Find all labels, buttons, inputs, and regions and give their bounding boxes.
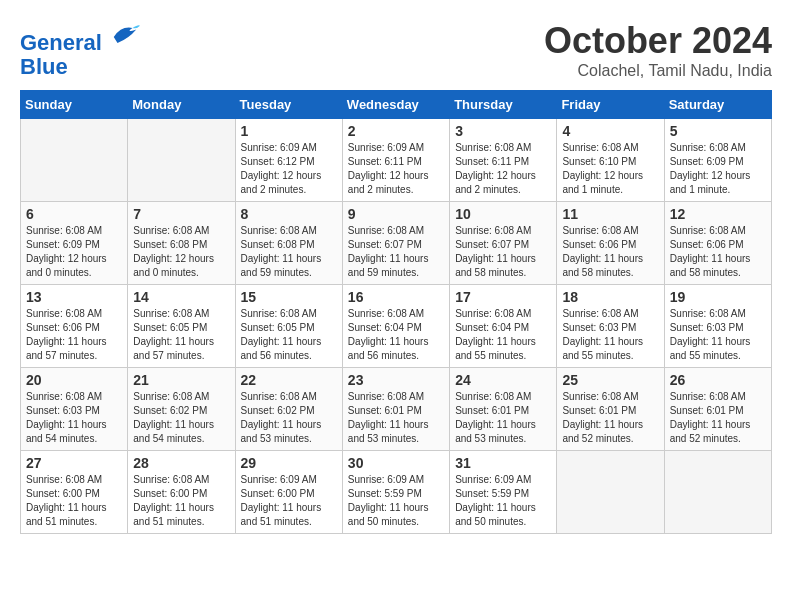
day-info: Sunrise: 6:09 AM Sunset: 6:11 PM Dayligh… bbox=[348, 141, 444, 197]
day-info: Sunrise: 6:08 AM Sunset: 6:03 PM Dayligh… bbox=[670, 307, 766, 363]
day-info: Sunrise: 6:08 AM Sunset: 6:04 PM Dayligh… bbox=[348, 307, 444, 363]
calendar-cell: 5Sunrise: 6:08 AM Sunset: 6:09 PM Daylig… bbox=[664, 119, 771, 202]
calendar-cell bbox=[128, 119, 235, 202]
day-number: 28 bbox=[133, 455, 229, 471]
logo: General Blue bbox=[20, 20, 140, 79]
calendar-cell: 6Sunrise: 6:08 AM Sunset: 6:09 PM Daylig… bbox=[21, 202, 128, 285]
calendar-cell: 27Sunrise: 6:08 AM Sunset: 6:00 PM Dayli… bbox=[21, 451, 128, 534]
day-info: Sunrise: 6:08 AM Sunset: 6:03 PM Dayligh… bbox=[26, 390, 122, 446]
day-number: 22 bbox=[241, 372, 337, 388]
calendar-cell: 29Sunrise: 6:09 AM Sunset: 6:00 PM Dayli… bbox=[235, 451, 342, 534]
day-number: 31 bbox=[455, 455, 551, 471]
day-number: 19 bbox=[670, 289, 766, 305]
calendar-cell: 10Sunrise: 6:08 AM Sunset: 6:07 PM Dayli… bbox=[450, 202, 557, 285]
logo-bird-icon bbox=[110, 20, 140, 50]
day-number: 6 bbox=[26, 206, 122, 222]
calendar-cell: 19Sunrise: 6:08 AM Sunset: 6:03 PM Dayli… bbox=[664, 285, 771, 368]
day-number: 13 bbox=[26, 289, 122, 305]
day-number: 9 bbox=[348, 206, 444, 222]
calendar-cell: 7Sunrise: 6:08 AM Sunset: 6:08 PM Daylig… bbox=[128, 202, 235, 285]
day-info: Sunrise: 6:08 AM Sunset: 6:00 PM Dayligh… bbox=[26, 473, 122, 529]
day-info: Sunrise: 6:08 AM Sunset: 6:05 PM Dayligh… bbox=[133, 307, 229, 363]
logo-blue: Blue bbox=[20, 54, 68, 79]
day-number: 24 bbox=[455, 372, 551, 388]
header-row: SundayMondayTuesdayWednesdayThursdayFrid… bbox=[21, 91, 772, 119]
day-number: 12 bbox=[670, 206, 766, 222]
day-number: 25 bbox=[562, 372, 658, 388]
calendar-cell: 30Sunrise: 6:09 AM Sunset: 5:59 PM Dayli… bbox=[342, 451, 449, 534]
day-number: 3 bbox=[455, 123, 551, 139]
header-thursday: Thursday bbox=[450, 91, 557, 119]
day-number: 11 bbox=[562, 206, 658, 222]
header-tuesday: Tuesday bbox=[235, 91, 342, 119]
day-number: 7 bbox=[133, 206, 229, 222]
day-info: Sunrise: 6:08 AM Sunset: 6:01 PM Dayligh… bbox=[348, 390, 444, 446]
day-info: Sunrise: 6:08 AM Sunset: 6:08 PM Dayligh… bbox=[133, 224, 229, 280]
header-monday: Monday bbox=[128, 91, 235, 119]
day-number: 20 bbox=[26, 372, 122, 388]
calendar-cell: 16Sunrise: 6:08 AM Sunset: 6:04 PM Dayli… bbox=[342, 285, 449, 368]
month-year-title: October 2024 bbox=[544, 20, 772, 62]
day-info: Sunrise: 6:08 AM Sunset: 6:06 PM Dayligh… bbox=[670, 224, 766, 280]
day-number: 18 bbox=[562, 289, 658, 305]
day-number: 23 bbox=[348, 372, 444, 388]
calendar-cell: 12Sunrise: 6:08 AM Sunset: 6:06 PM Dayli… bbox=[664, 202, 771, 285]
calendar-cell: 22Sunrise: 6:08 AM Sunset: 6:02 PM Dayli… bbox=[235, 368, 342, 451]
day-number: 21 bbox=[133, 372, 229, 388]
day-info: Sunrise: 6:08 AM Sunset: 6:01 PM Dayligh… bbox=[562, 390, 658, 446]
calendar-cell: 28Sunrise: 6:08 AM Sunset: 6:00 PM Dayli… bbox=[128, 451, 235, 534]
day-info: Sunrise: 6:09 AM Sunset: 6:12 PM Dayligh… bbox=[241, 141, 337, 197]
day-number: 27 bbox=[26, 455, 122, 471]
day-info: Sunrise: 6:08 AM Sunset: 6:00 PM Dayligh… bbox=[133, 473, 229, 529]
calendar-cell: 13Sunrise: 6:08 AM Sunset: 6:06 PM Dayli… bbox=[21, 285, 128, 368]
day-number: 10 bbox=[455, 206, 551, 222]
calendar-cell: 9Sunrise: 6:08 AM Sunset: 6:07 PM Daylig… bbox=[342, 202, 449, 285]
calendar-cell: 21Sunrise: 6:08 AM Sunset: 6:02 PM Dayli… bbox=[128, 368, 235, 451]
day-info: Sunrise: 6:09 AM Sunset: 5:59 PM Dayligh… bbox=[455, 473, 551, 529]
day-info: Sunrise: 6:08 AM Sunset: 6:10 PM Dayligh… bbox=[562, 141, 658, 197]
day-info: Sunrise: 6:08 AM Sunset: 6:08 PM Dayligh… bbox=[241, 224, 337, 280]
title-block: October 2024 Colachel, Tamil Nadu, India bbox=[544, 20, 772, 80]
day-number: 30 bbox=[348, 455, 444, 471]
logo-general: General bbox=[20, 30, 102, 55]
week-row-2: 6Sunrise: 6:08 AM Sunset: 6:09 PM Daylig… bbox=[21, 202, 772, 285]
day-number: 8 bbox=[241, 206, 337, 222]
day-info: Sunrise: 6:08 AM Sunset: 6:07 PM Dayligh… bbox=[455, 224, 551, 280]
day-info: Sunrise: 6:09 AM Sunset: 5:59 PM Dayligh… bbox=[348, 473, 444, 529]
day-number: 16 bbox=[348, 289, 444, 305]
day-number: 2 bbox=[348, 123, 444, 139]
day-info: Sunrise: 6:08 AM Sunset: 6:02 PM Dayligh… bbox=[241, 390, 337, 446]
calendar-cell: 2Sunrise: 6:09 AM Sunset: 6:11 PM Daylig… bbox=[342, 119, 449, 202]
day-info: Sunrise: 6:08 AM Sunset: 6:01 PM Dayligh… bbox=[670, 390, 766, 446]
calendar-cell: 15Sunrise: 6:08 AM Sunset: 6:05 PM Dayli… bbox=[235, 285, 342, 368]
calendar-cell: 1Sunrise: 6:09 AM Sunset: 6:12 PM Daylig… bbox=[235, 119, 342, 202]
location-subtitle: Colachel, Tamil Nadu, India bbox=[544, 62, 772, 80]
week-row-1: 1Sunrise: 6:09 AM Sunset: 6:12 PM Daylig… bbox=[21, 119, 772, 202]
calendar-cell: 14Sunrise: 6:08 AM Sunset: 6:05 PM Dayli… bbox=[128, 285, 235, 368]
calendar-cell bbox=[21, 119, 128, 202]
calendar-cell bbox=[664, 451, 771, 534]
calendar-cell: 18Sunrise: 6:08 AM Sunset: 6:03 PM Dayli… bbox=[557, 285, 664, 368]
calendar-table: SundayMondayTuesdayWednesdayThursdayFrid… bbox=[20, 90, 772, 534]
day-info: Sunrise: 6:09 AM Sunset: 6:00 PM Dayligh… bbox=[241, 473, 337, 529]
calendar-cell: 4Sunrise: 6:08 AM Sunset: 6:10 PM Daylig… bbox=[557, 119, 664, 202]
day-number: 26 bbox=[670, 372, 766, 388]
calendar-cell: 26Sunrise: 6:08 AM Sunset: 6:01 PM Dayli… bbox=[664, 368, 771, 451]
day-info: Sunrise: 6:08 AM Sunset: 6:04 PM Dayligh… bbox=[455, 307, 551, 363]
calendar-cell: 24Sunrise: 6:08 AM Sunset: 6:01 PM Dayli… bbox=[450, 368, 557, 451]
header-saturday: Saturday bbox=[664, 91, 771, 119]
calendar-cell: 11Sunrise: 6:08 AM Sunset: 6:06 PM Dayli… bbox=[557, 202, 664, 285]
calendar-cell: 17Sunrise: 6:08 AM Sunset: 6:04 PM Dayli… bbox=[450, 285, 557, 368]
day-number: 29 bbox=[241, 455, 337, 471]
header-sunday: Sunday bbox=[21, 91, 128, 119]
day-number: 1 bbox=[241, 123, 337, 139]
calendar-cell: 8Sunrise: 6:08 AM Sunset: 6:08 PM Daylig… bbox=[235, 202, 342, 285]
header-friday: Friday bbox=[557, 91, 664, 119]
page-header: General Blue October 2024 Colachel, Tami… bbox=[20, 20, 772, 80]
day-info: Sunrise: 6:08 AM Sunset: 6:07 PM Dayligh… bbox=[348, 224, 444, 280]
day-info: Sunrise: 6:08 AM Sunset: 6:05 PM Dayligh… bbox=[241, 307, 337, 363]
logo-text: General Blue bbox=[20, 20, 140, 79]
day-number: 17 bbox=[455, 289, 551, 305]
day-info: Sunrise: 6:08 AM Sunset: 6:01 PM Dayligh… bbox=[455, 390, 551, 446]
day-number: 5 bbox=[670, 123, 766, 139]
